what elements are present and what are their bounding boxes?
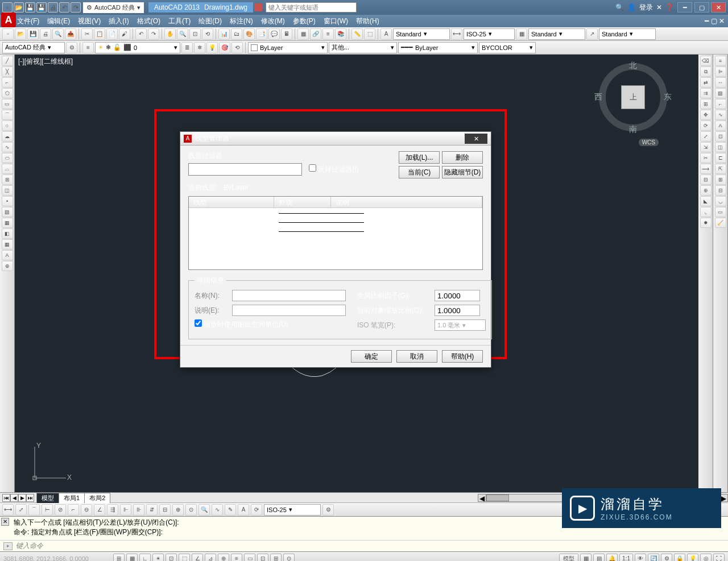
doc-close-icon[interactable]: ✕ [719,17,725,25]
group-icon[interactable]: ⊞ [715,174,726,185]
user-icon[interactable]: 👤 [627,3,636,11]
toolpal-icon[interactable]: 🎨 [243,28,255,40]
workspace-selector[interactable]: ⚙ AutoCAD 经典 ▾ [83,2,144,13]
measure-icon[interactable]: 📏 [351,28,363,40]
new-icon[interactable]: ▫ [2,2,13,13]
polygon-icon[interactable]: ⬠ [2,88,13,98]
dialog-close-button[interactable]: ✕ [465,134,487,144]
align-icon[interactable]: ⊫ [715,67,726,77]
sc-icon[interactable]: ⊞ [270,554,282,562]
mleader-icon[interactable]: ↗ [586,28,598,40]
menu-format[interactable]: 格式(O) [137,16,160,26]
snap-icon[interactable]: ⊞ [113,554,125,562]
tolerance-icon[interactable]: ⊕ [172,504,184,516]
list-item[interactable]: ByBlock [189,217,482,226]
polar-icon[interactable]: ✴ [152,554,164,562]
dcenter-icon[interactable]: 🗂 [231,28,242,40]
ok-button[interactable]: 确定 [351,350,392,363]
paste-icon[interactable]: 📄 [106,28,118,40]
zoomprev-icon[interactable]: ⟲ [202,28,213,40]
dimedit-icon[interactable]: ✎ [225,504,236,516]
markup-icon[interactable]: 💬 [268,28,280,40]
layer-icon[interactable]: ≡ [322,28,334,40]
dimspace-icon[interactable]: ⇵ [146,504,158,516]
pan-icon[interactable]: ✋ [164,28,176,40]
publish-icon[interactable]: 📤 [65,28,76,40]
tab-last-icon[interactable]: ⏭ [26,494,34,502]
textstyle-select[interactable]: Standard▾ [393,28,450,40]
annoscale-icon[interactable]: 🔔 [606,554,618,562]
quickview-icon[interactable]: ▦ [580,554,592,562]
layerstate-icon[interactable]: 📚 [335,28,346,40]
current-button[interactable]: 当前(C) [399,166,440,178]
menu-help[interactable]: 帮助(H) [356,16,379,26]
grid-icon[interactable]: ▦ [126,554,138,562]
viewport-label[interactable]: [-][俯视][二维线框] [18,57,73,67]
dimcont-icon[interactable]: ⊪ [133,504,144,516]
col-appearance[interactable]: 外观 [274,197,331,207]
quickcalc-icon[interactable]: 🖩 [281,28,292,40]
menu-file[interactable]: 文件(F) [17,16,39,26]
tab-model[interactable]: 模型 [36,493,59,503]
cmdline-close-icon[interactable]: ✕ [1,518,9,526]
desc-input[interactable] [232,305,346,316]
annovisible-icon[interactable]: 👁 [635,554,646,562]
scale-icon[interactable]: ⤢ [700,131,712,142]
clean-screen-icon[interactable]: ⛶ [713,554,725,562]
mleaderstyle-select[interactable]: Standard▾ [599,28,656,40]
mtext-icon[interactable]: A [2,250,13,260]
menu-draw[interactable]: 绘图(D) [198,16,222,26]
quickview2-icon[interactable]: ▤ [593,554,605,562]
chamfer-icon[interactable]: ◣ [700,196,712,206]
login-link[interactable]: 登录 [639,3,653,13]
open-icon[interactable]: 📂 [14,2,24,13]
infocenter-icon[interactable]: 🔍 [615,3,624,11]
ellipse-icon[interactable]: ⬭ [2,153,13,163]
makeblock-icon[interactable]: ◫ [2,185,13,196]
am-icon[interactable]: ⊙ [283,554,295,562]
list-item[interactable]: ByLayer [189,208,482,217]
pline-icon[interactable]: ⌐ [2,77,13,88]
point-icon[interactable]: • [2,196,13,206]
hidedetail-button[interactable]: 隐藏细节(D) [442,166,483,178]
linetype-list[interactable]: 线型 外观 说明 ByLayer ByBlock ContinuousConti… [188,196,483,270]
cut-icon[interactable]: ✂ [81,28,93,40]
close-doc-icon[interactable] [254,3,262,11]
object-scale-input[interactable] [435,305,480,316]
dimrad-icon[interactable]: ⊘ [55,504,66,516]
load-button[interactable]: 加载(L)... [399,151,440,164]
viewcube-face[interactable]: 上 [621,85,645,109]
break-icon[interactable]: ⊟ [700,174,712,185]
revcloud-icon[interactable]: ☁ [2,131,13,142]
menu-modify[interactable]: 修改(M) [261,16,285,26]
model-space-button[interactable]: 模型 [559,554,578,562]
layermatch-icon[interactable]: 🎯 [219,42,230,53]
annoauto-icon[interactable]: 🔄 [648,554,659,562]
hardware-icon[interactable]: 💡 [687,554,698,562]
isolate-icon[interactable]: ◎ [700,554,712,562]
dimord-icon[interactable]: ⊢ [42,504,53,516]
ws-settings-icon[interactable]: ⚙ [66,42,77,53]
edit-spline-icon[interactable]: ∿ [715,110,726,120]
help-button[interactable]: 帮助(H) [442,350,483,363]
list-item[interactable]: ContinuousContinuous [189,226,482,235]
dimbase-icon[interactable]: ⊩ [120,504,131,516]
xline-icon[interactable]: ╳ [2,67,13,77]
filter-select[interactable]: 显示所有线型▾ [188,163,302,176]
edit-attr-icon[interactable]: ⊡ [715,131,726,142]
undo2-icon[interactable]: ↶ [135,28,147,40]
tablestyle-select[interactable]: Standard▾ [528,28,585,40]
dimang-icon[interactable]: ∠ [94,504,105,516]
open-file-icon[interactable]: 📂 [15,28,26,40]
spline-icon[interactable]: ∿ [2,142,13,152]
dim-icon[interactable]: ⟷ [451,28,462,40]
qp-icon[interactable]: ⊡ [257,554,268,562]
rect-icon[interactable]: ▭ [2,99,13,109]
hatch-icon[interactable]: ▨ [2,207,13,217]
redo-icon[interactable]: ↷ [71,2,81,13]
menu-insert[interactable]: 插入(I) [109,16,129,26]
clean-icon[interactable]: 🧹 [715,218,726,228]
dimarc-icon[interactable]: ⌒ [28,504,40,516]
move-icon[interactable]: ✥ [700,110,712,120]
layermgr-icon[interactable]: ≡ [82,42,94,53]
